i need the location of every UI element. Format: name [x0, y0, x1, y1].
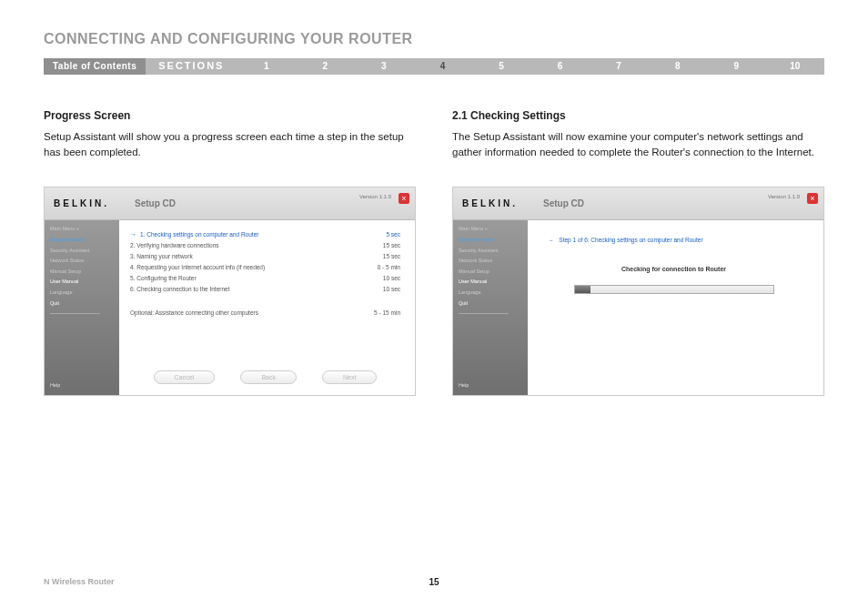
sidebar-main-menu[interactable]: Main Menu »	[459, 226, 522, 232]
back-button[interactable]: Back	[240, 370, 297, 384]
card-title: Setup CD	[135, 198, 176, 208]
step-time: 10 sec	[383, 286, 400, 292]
right-body: The Setup Assistant will now examine you…	[452, 129, 824, 159]
sidebar-network-status[interactable]: Network Status	[50, 258, 114, 264]
card-header: BELKIN. Setup CD Version 1.1.0 ×	[45, 187, 415, 220]
step-row-3: 3. Naming your network 15 sec	[130, 253, 400, 259]
page-number: 15	[429, 577, 439, 587]
nav-section-7[interactable]: 7	[590, 58, 649, 75]
belkin-logo: BELKIN.	[54, 198, 109, 208]
step-label: 5. Configuring the Router	[130, 275, 383, 281]
right-heading: 2.1 Checking Settings	[452, 109, 824, 122]
nav-section-6[interactable]: 6	[530, 58, 590, 75]
card-main: → 1. Checking settings on computer and R…	[119, 220, 415, 395]
step-label: 3. Naming your network	[130, 253, 383, 259]
step-label: 1. Checking settings on computer and Rou…	[140, 231, 386, 238]
sidebar-quit[interactable]: Quit	[50, 300, 114, 307]
step-row-1: → 1. Checking settings on computer and R…	[130, 231, 400, 238]
button-row: Cancel Back Next	[130, 370, 400, 388]
step-row-6: 6. Checking connection to the Internet 1…	[130, 286, 400, 292]
step-row-2: 2. Verifying hardware connections 15 sec	[130, 242, 400, 248]
belkin-logo: BELKIN.	[462, 198, 518, 208]
sidebar-network-status[interactable]: Network Status	[459, 258, 522, 264]
step-row-5: 5. Configuring the Router 10 sec	[130, 275, 400, 281]
sidebar-language[interactable]: Language	[50, 289, 114, 296]
cancel-button[interactable]: Cancel	[154, 370, 216, 384]
sidebar-main-menu[interactable]: Main Menu »	[50, 226, 114, 232]
sidebar-setup-assistant[interactable]: Setup Assistant	[50, 237, 114, 243]
sidebar-security-assistant[interactable]: Security Assistant	[459, 248, 522, 254]
step-time: 0 - 5 min	[378, 264, 400, 270]
left-heading: Progress Screen	[44, 109, 416, 122]
step-time: 5 sec	[386, 231, 400, 238]
right-column: 2.1 Checking Settings The Setup Assistan…	[452, 109, 824, 396]
nav-section-1[interactable]: 1	[237, 58, 296, 75]
product-name: N Wireless Router	[44, 577, 114, 586]
nav-section-8[interactable]: 8	[648, 58, 707, 75]
left-column: Progress Screen Setup Assistant will sho…	[44, 109, 416, 396]
arrow-icon: →	[130, 231, 136, 238]
card-version: Version 1.1.0	[768, 194, 800, 199]
nav-section-10[interactable]: 10	[766, 58, 825, 75]
progress-bar	[574, 285, 774, 294]
card-header: BELKIN. Setup CD Version 1.1.0 ×	[453, 187, 823, 220]
sidebar-manual-setup[interactable]: Manual Setup	[459, 269, 522, 275]
nav-section-5[interactable]: 5	[472, 58, 531, 75]
step-time: 10 sec	[383, 275, 400, 281]
nav-section-3[interactable]: 3	[355, 58, 414, 75]
step-label: 2. Verifying hardware connections	[130, 242, 383, 248]
sidebar-setup-assistant[interactable]: Setup Assistant	[459, 237, 522, 243]
step-time: 15 sec	[383, 253, 400, 259]
sidebar-quit[interactable]: Quit	[459, 300, 522, 307]
card-main: → Step 1 of 6: Checking settings on comp…	[528, 220, 823, 395]
nav-section-4[interactable]: 4	[413, 58, 472, 75]
sidebar-help[interactable]: Help	[459, 382, 469, 388]
step-label: 4. Requesting your Internet account info…	[130, 264, 378, 270]
progress-fill	[575, 286, 590, 293]
step-time: 15 sec	[383, 242, 400, 248]
page-title: CONNECTING AND CONFIGURING YOUR ROUTER	[44, 31, 824, 47]
page-footer: N Wireless Router 15	[44, 577, 824, 586]
next-button[interactable]: Next	[322, 370, 377, 384]
sidebar-user-manual[interactable]: User Manual	[459, 279, 522, 285]
close-icon[interactable]: ×	[807, 193, 818, 204]
sidebar-manual-setup[interactable]: Manual Setup	[50, 269, 114, 275]
nav-numbers: 1 2 3 4 5 6 7 8 9 10	[237, 58, 824, 75]
step-row-4: 4. Requesting your Internet account info…	[130, 264, 400, 270]
current-step-title: → Step 1 of 6: Checking settings on comp…	[539, 237, 809, 243]
step-title-text: Step 1 of 6: Checking settings on comput…	[559, 237, 702, 243]
nav-toc[interactable]: Table of Contents	[44, 58, 146, 75]
sidebar-user-manual[interactable]: User Manual	[50, 279, 114, 285]
checking-message: Checking for connection to Router	[539, 266, 809, 272]
sidebar-language[interactable]: Language	[459, 289, 522, 296]
sidebar-divider	[459, 313, 509, 314]
section-nav: Table of Contents SECTIONS 1 2 3 4 5 6 7…	[44, 58, 824, 75]
sidebar-help[interactable]: Help	[50, 382, 60, 388]
arrow-icon: →	[548, 237, 554, 243]
close-icon[interactable]: ×	[399, 193, 409, 204]
card-sidebar: Main Menu » Setup Assistant Security Ass…	[45, 220, 119, 395]
optional-row: Optional: Assistance connecting other co…	[130, 309, 400, 316]
sidebar-divider	[50, 313, 100, 314]
setup-card-progress: BELKIN. Setup CD Version 1.1.0 × Main Me…	[44, 187, 416, 396]
card-version: Version 1.1.0	[359, 194, 391, 199]
setup-card-checking: BELKIN. Setup CD Version 1.1.0 × Main Me…	[452, 187, 824, 396]
nav-section-9[interactable]: 9	[707, 58, 766, 75]
nav-section-2[interactable]: 2	[296, 58, 355, 75]
step-label: 6. Checking connection to the Internet	[130, 286, 383, 292]
card-sidebar: Main Menu » Setup Assistant Security Ass…	[453, 220, 528, 395]
card-title: Setup CD	[543, 198, 584, 208]
nav-sections-label: SECTIONS	[146, 58, 237, 75]
sidebar-security-assistant[interactable]: Security Assistant	[50, 248, 114, 254]
optional-label: Optional: Assistance connecting other co…	[130, 309, 258, 316]
left-body: Setup Assistant will show you a progress…	[44, 129, 416, 159]
optional-time: 5 - 15 min	[374, 309, 400, 316]
